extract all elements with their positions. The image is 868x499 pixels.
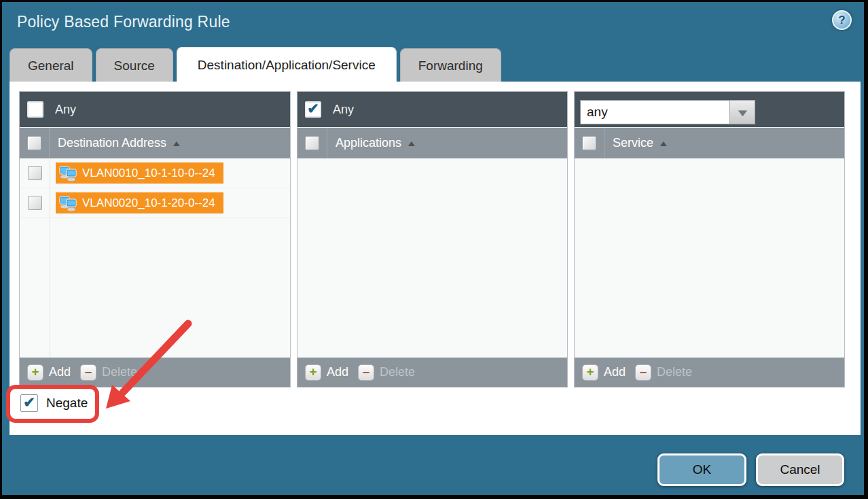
service-list (575, 158, 844, 357)
destination-address-list: ✔ (20, 158, 290, 357)
tab-source[interactable]: Source (96, 48, 173, 82)
address-object-label: VLAN0020_10-1-20-0--24 (82, 196, 215, 210)
destination-any-header: ✔ Any (20, 92, 290, 127)
sort-asc-icon: ▲ (658, 139, 670, 148)
ok-button[interactable]: OK (657, 453, 746, 486)
check-icon: ✔ (307, 101, 319, 116)
applications-panel: ✔ Any ✔ Applications ▲ + (297, 91, 568, 388)
service-dropdown-header: any ▼ (575, 92, 844, 127)
applications-any-label: Any (333, 103, 354, 117)
destination-address-column-header[interactable]: ✔ Destination Address ▲ (20, 127, 290, 158)
dialog-title-bar: Policy Based Forwarding Rule ? (2, 2, 864, 46)
applications-column-header[interactable]: ✔ Applications ▲ (297, 127, 567, 158)
tab-forwarding[interactable]: Forwarding (400, 48, 501, 82)
service-select-all-checkbox[interactable]: ✔ (582, 136, 596, 150)
service-select-all-cell: ✔ (575, 128, 604, 158)
dialog-title: Policy Based Forwarding Rule (17, 13, 230, 31)
destination-delete-button[interactable]: – Delete (80, 364, 137, 381)
service-toolbar: + Add – Delete (575, 357, 844, 387)
row-checkbox-cell: ✔ (20, 188, 50, 218)
negate-control: ✔ Negate (20, 394, 88, 412)
destination-address-header-label: Destination Address (58, 136, 166, 150)
applications-list (297, 158, 567, 357)
policy-forwarding-dialog: Policy Based Forwarding Rule ? General S… (2, 2, 864, 495)
destination-row-checkbox[interactable]: ✔ (28, 166, 42, 180)
add-icon: + (582, 364, 598, 381)
address-group-icon (59, 195, 77, 211)
service-add-button[interactable]: + Add (582, 364, 626, 381)
applications-any-header: ✔ Any (297, 92, 567, 127)
address-object-chip[interactable]: VLAN0020_10-1-20-0--24 (56, 192, 223, 213)
address-object-label: VLAN0010_10-1-10-0--24 (82, 167, 215, 180)
applications-add-button[interactable]: + Add (305, 364, 348, 381)
add-icon: + (27, 364, 43, 381)
help-icon[interactable]: ? (832, 10, 852, 30)
destination-address-row[interactable]: ✔ (20, 158, 290, 188)
applications-select-all-cell: ✔ (297, 128, 327, 158)
check-icon: ✔ (23, 395, 35, 409)
service-header-label: Service (613, 136, 653, 150)
destination-row-checkbox[interactable]: ✔ (28, 196, 42, 210)
cancel-button[interactable]: Cancel (756, 453, 844, 486)
applications-header-label: Applications (336, 136, 401, 150)
destination-address-row[interactable]: ✔ (20, 188, 290, 218)
applications-any-checkbox[interactable]: ✔ (305, 101, 321, 118)
service-column-header[interactable]: ✔ Service ▲ (575, 127, 844, 158)
negate-label: Negate (46, 396, 88, 411)
applications-select-all-checkbox[interactable]: ✔ (305, 136, 319, 150)
service-panel: any ▼ ✔ Service ▲ (574, 91, 845, 388)
tab-destination-application-service[interactable]: Destination/Application/Service (177, 47, 397, 82)
tab-content-panel: ✔ Any ✔ Destination Address ▲ (10, 82, 861, 435)
destination-address-panel: ✔ Any ✔ Destination Address ▲ (19, 91, 291, 388)
address-object-chip[interactable]: VLAN0010_10-1-10-0--24 (56, 162, 223, 184)
destination-toolbar: + Add – Delete (20, 357, 290, 387)
applications-toolbar: + Add – Delete (297, 357, 567, 387)
help-icon-glyph: ? (838, 14, 845, 27)
chevron-down-icon: ▼ (735, 107, 750, 118)
tab-strip: General Source Destination/Application/S… (10, 47, 501, 82)
delete-icon: – (358, 364, 374, 381)
row-checkbox-cell: ✔ (20, 158, 50, 188)
sort-asc-icon: ▲ (406, 139, 418, 148)
service-delete-button[interactable]: – Delete (635, 364, 692, 381)
sort-asc-icon: ▲ (171, 139, 183, 148)
destination-any-checkbox[interactable]: ✔ (27, 101, 43, 118)
policy-forwarding-dialog-page: Policy Based Forwarding Rule ? General S… (0, 0, 868, 499)
destination-select-all-cell: ✔ (20, 128, 50, 158)
negate-checkbox[interactable]: ✔ (20, 394, 38, 412)
add-icon: + (305, 364, 321, 381)
applications-delete-button[interactable]: – Delete (358, 364, 415, 381)
address-group-icon (59, 165, 77, 182)
destination-any-label: Any (55, 103, 76, 117)
destination-add-button[interactable]: + Add (27, 364, 71, 381)
dropdown-button[interactable]: ▼ (729, 100, 755, 124)
service-dropdown-value[interactable]: any (580, 100, 729, 124)
destination-select-all-checkbox[interactable]: ✔ (27, 136, 41, 150)
delete-icon: – (80, 364, 96, 381)
service-mode-dropdown[interactable]: any ▼ (580, 100, 755, 124)
delete-icon: – (635, 364, 651, 381)
tab-general[interactable]: General (10, 48, 92, 82)
